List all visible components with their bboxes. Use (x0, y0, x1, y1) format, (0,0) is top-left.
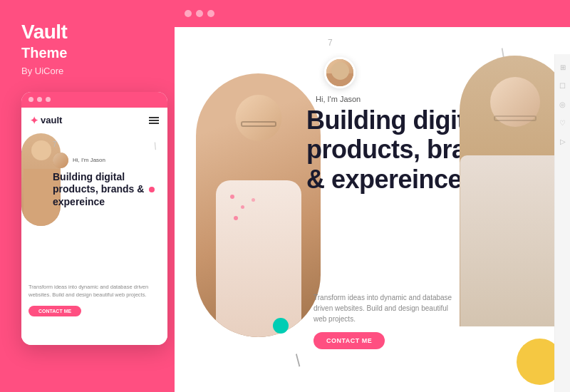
desktop-top-bar (175, 0, 570, 27)
mobile-dot-1 (28, 97, 33, 102)
mobile-avatar (53, 153, 68, 168)
mobile-number: 7 (53, 140, 159, 148)
mobile-nav: ✦ vault (21, 108, 167, 133)
sidebar-icon-comment[interactable]: ☐ (559, 81, 567, 90)
desktop-person-left-inner (196, 73, 321, 337)
desktop-dot-1 (185, 10, 192, 17)
mobile-hero: 7 Hi, I'm Jason Building digital product… (21, 133, 167, 276)
brand-by: By UiCore (21, 66, 63, 76)
sidebar-icon-circle[interactable]: ◎ (559, 100, 567, 108)
person-left-body (216, 180, 301, 337)
desktop-dot-2 (196, 10, 203, 17)
mobile-logo: ✦ vault (30, 115, 62, 126)
desktop-avatar (324, 57, 356, 88)
mobile-avatar-row: Hi, I'm Jason (53, 153, 159, 168)
desktop-dot-3 (207, 10, 214, 17)
desktop-teal-dot (273, 318, 289, 334)
mobile-heading: Building digital products, brands & expe… (53, 171, 159, 209)
desktop-description: Transform ideas into dynamic and databas… (314, 292, 456, 324)
mobile-hi-text: Hi, I'm Jason (73, 157, 105, 163)
mobile-desc: Transform ideas into dynamic and databas… (21, 280, 167, 302)
desktop-number: 7 (328, 38, 333, 48)
desktop-mockup: 7 Hi, I'm Jason / Building digital produ… (175, 0, 570, 392)
desktop-contact-button[interactable]: CONTACT ME (314, 332, 385, 349)
mobile-mockup: ✦ vault 7 (21, 92, 167, 345)
desktop-bottom-slash: / (291, 351, 305, 371)
mobile-cta-button[interactable]: CONTACT ME (28, 306, 81, 316)
desktop-content: 7 Hi, I'm Jason / Building digital produ… (175, 27, 570, 392)
logo-star-icon: ✦ (30, 115, 38, 126)
sidebar-icon-play[interactable]: ▷ (559, 137, 567, 145)
mobile-person-head (31, 140, 51, 160)
sidebar-icon-heart[interactable]: ♡ (559, 118, 567, 127)
mobile-top-bar (21, 92, 167, 108)
brand-subtitle: Theme (21, 45, 67, 61)
hamburger-menu[interactable] (149, 117, 159, 124)
mobile-content: ✦ vault 7 (21, 108, 167, 345)
right-sidebar: ⊞ ☐ ◎ ♡ ▷ (554, 54, 570, 392)
brand-title: Vault (21, 21, 67, 43)
person-left-glasses (241, 121, 276, 127)
person-right-body (460, 155, 570, 326)
person-left-head (235, 95, 281, 141)
mobile-dot-3 (46, 97, 51, 102)
desktop-hi-text: Hi, I'm Jason (316, 95, 361, 103)
person-right-smile (494, 115, 537, 121)
desktop-person-left (196, 73, 321, 337)
left-panel: Vault Theme By UiCore ✦ vault (0, 0, 175, 392)
sidebar-icon-grid[interactable]: ⊞ (559, 63, 567, 71)
mobile-dot-2 (37, 97, 42, 102)
desktop-person-right (460, 56, 570, 326)
